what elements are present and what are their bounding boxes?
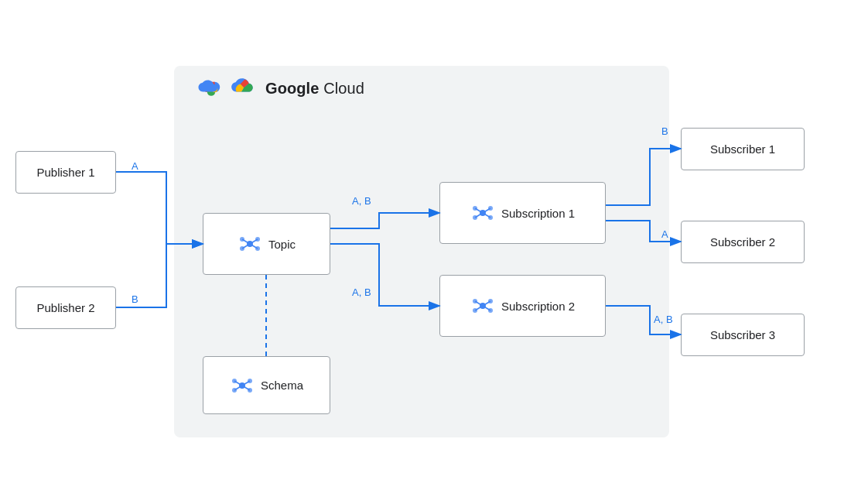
publisher2-box: Publisher 2 <box>15 286 116 329</box>
subscriber1-label: Subscriber 1 <box>710 142 775 156</box>
publisher2-label: Publisher 2 <box>36 301 94 314</box>
subscriber2-label: Subscriber 2 <box>710 235 775 249</box>
subscription2-label: Subscription 2 <box>501 300 575 313</box>
gcloud-logo-text: Google Cloud <box>265 80 364 98</box>
gcloud-svg-icon <box>231 77 259 99</box>
schema-box: Schema <box>203 356 330 414</box>
canvas: Google Cloud Publisher 1 Publisher 2 Top… <box>0 0 868 487</box>
subscription1-box: Subscription 1 <box>439 182 606 244</box>
topic-label: Topic <box>268 238 296 251</box>
label-sub1-s1: B <box>661 125 668 137</box>
topic-box: Topic <box>203 213 330 275</box>
subscription2-icon <box>470 293 495 318</box>
publisher1-box: Publisher 1 <box>15 151 116 194</box>
publisher1-label: Publisher 1 <box>36 166 94 179</box>
subscriber2-box: Subscriber 2 <box>681 221 805 263</box>
subscription1-label: Subscription 1 <box>501 207 575 220</box>
gcloud-logo-icon <box>197 77 225 99</box>
gcloud-logo: Google Cloud <box>197 77 364 99</box>
label-topic-sub2: A, B <box>352 286 371 298</box>
subscription1-icon <box>470 201 495 225</box>
subscriber3-box: Subscriber 3 <box>681 314 805 356</box>
label-topic-sub1: A, B <box>352 195 371 207</box>
schema-label: Schema <box>261 379 303 392</box>
schema-icon <box>230 373 255 398</box>
label-pub1: A <box>132 160 138 172</box>
subscriber3-label: Subscriber 3 <box>710 328 775 341</box>
subscriber1-box: Subscriber 1 <box>681 128 805 170</box>
label-sub2-s3: A, B <box>654 314 673 325</box>
label-sub1-s2: A <box>661 228 668 240</box>
topic-icon <box>238 231 262 256</box>
label-pub2: B <box>132 293 138 305</box>
subscription2-box: Subscription 2 <box>439 275 606 337</box>
